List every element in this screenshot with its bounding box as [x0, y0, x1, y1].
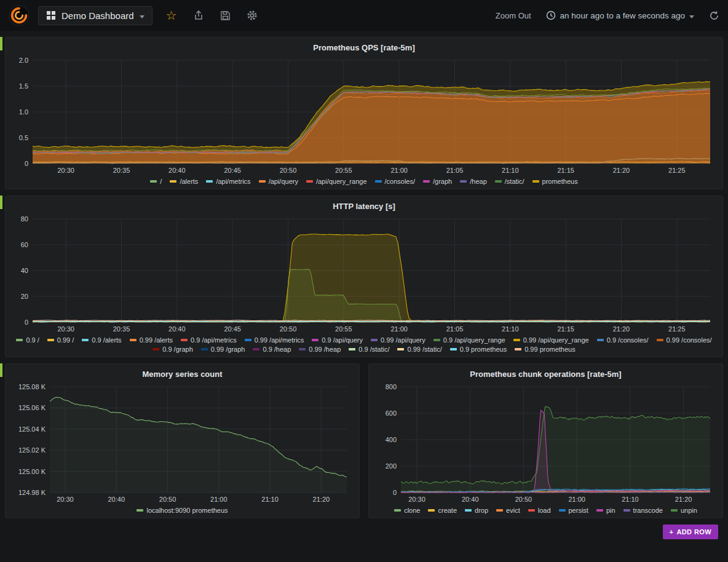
legend-swatch [201, 348, 208, 350]
legend-item[interactable]: 0.99 /consoles/ [657, 336, 712, 344]
legend-label: /static/ [505, 178, 524, 185]
svg-text:20:45: 20:45 [224, 167, 241, 174]
legend-item[interactable]: /graph [423, 178, 452, 185]
qps-plot[interactable]: 00.51.01.52.020:3020:3520:4020:4520:5020… [10, 55, 718, 176]
legend-item[interactable]: 0.99 /graph [201, 346, 245, 353]
legend-item[interactable]: unpin [671, 507, 697, 514]
legend-swatch [450, 348, 457, 350]
legend-swatch [496, 509, 503, 512]
legend-item[interactable]: 0.9 / [16, 336, 39, 344]
legend-item[interactable]: 0.99 /api/query_range [513, 336, 589, 344]
legend-item[interactable]: 0.9 /static/ [349, 346, 389, 353]
legend-label: drop [475, 507, 488, 514]
zoom-out-button[interactable]: Zoom Out [496, 11, 531, 20]
refresh-icon[interactable] [709, 10, 719, 21]
svg-text:20: 20 [21, 293, 28, 300]
legend-item[interactable]: 0.99 prometheus [515, 346, 576, 353]
legend-swatch [433, 339, 440, 341]
legend-item[interactable]: 0.99 /api/metrics [245, 336, 304, 344]
memory-plot[interactable]: 124.98 K125.00 K125.02 K125.04 K125.06 K… [10, 382, 354, 505]
legend-item[interactable]: 0.9 /graph [152, 346, 193, 353]
legend-item[interactable]: / [150, 178, 162, 185]
legend-item[interactable]: /alerts [170, 178, 198, 185]
legend-item[interactable]: 0.9 /alerts [82, 336, 121, 344]
share-icon[interactable] [193, 10, 204, 21]
legend-item[interactable]: 0.99 /heap [299, 346, 341, 353]
dashboard-switcher-button[interactable]: Demo Dashboard [38, 6, 152, 25]
settings-gear-icon[interactable] [247, 10, 258, 21]
svg-text:21:00: 21:00 [210, 496, 228, 503]
row-collapse-tab[interactable] [0, 196, 2, 209]
navbar: Demo Dashboard ☆ Zoom Out an ho [0, 0, 728, 31]
legend-item[interactable]: persist [559, 507, 588, 514]
legend-swatch [206, 180, 213, 183]
legend-item[interactable]: clone [394, 507, 420, 514]
svg-text:125.06 K: 125.06 K [18, 404, 46, 411]
legend-item[interactable]: evict [496, 507, 520, 514]
legend-item[interactable]: 0.9 /heap [253, 346, 291, 353]
legend-item[interactable]: drop [465, 507, 488, 514]
add-row-button[interactable]: + ADD ROW [663, 524, 718, 539]
legend-item[interactable]: 0.9 /api/metrics [181, 336, 237, 344]
legend-item[interactable]: 0.9 /api/query [312, 336, 363, 344]
latency-plot[interactable]: 02040608020:3020:3520:4020:4520:5020:552… [10, 214, 718, 334]
time-range-picker[interactable]: an hour ago to a few seconds ago [546, 10, 694, 20]
caret-down-icon [689, 15, 694, 18]
svg-text:20:35: 20:35 [113, 325, 130, 333]
svg-text:125.08 K: 125.08 K [18, 383, 46, 390]
legend-label: transcode [633, 507, 663, 514]
legend-item[interactable]: pin [596, 507, 615, 514]
row-collapse-tab[interactable] [0, 37, 2, 50]
panel-title[interactable]: Prometheus chunk operations [rate-5m] [374, 365, 718, 382]
panel-title[interactable]: Prometheus QPS [rate-5m] [10, 39, 718, 55]
legend-item[interactable]: /consoles/ [375, 178, 416, 185]
svg-text:124.98 K: 124.98 K [18, 489, 46, 496]
legend-swatch [513, 339, 520, 341]
legend-swatch [397, 348, 404, 350]
memory-legend: localhost:9090 prometheus [10, 505, 354, 514]
legend-label: /api/query_range [316, 178, 367, 185]
legend-label: /alerts [180, 178, 198, 185]
legend-item[interactable]: /static/ [495, 178, 524, 185]
clock-icon [546, 10, 556, 20]
grafana-logo[interactable] [9, 5, 30, 26]
legend-item[interactable]: prometheus [532, 178, 578, 185]
legend-item[interactable]: /api/query [259, 178, 298, 185]
svg-text:200: 200 [386, 462, 397, 470]
legend-swatch [657, 339, 663, 341]
chunk-ops-plot[interactable]: 020040060080020:3020:4020:5021:0021:1021… [374, 382, 718, 505]
legend-item[interactable]: 0.99 / [47, 336, 74, 344]
legend-item[interactable]: 0.9 /consoles/ [597, 336, 649, 344]
legend-item[interactable]: 0.99 /static/ [397, 346, 441, 353]
legend-item[interactable]: 0.9 /api/query_range [433, 336, 505, 344]
panel-title[interactable]: HTTP latency [s] [10, 197, 718, 214]
legend-swatch [465, 509, 472, 512]
save-icon[interactable] [220, 10, 231, 21]
dashboard-row-qps: Prometheus QPS [rate-5m] 00.51.01.52.020… [5, 37, 723, 189]
legend-item[interactable]: /api/query_range [306, 178, 367, 185]
panel-title[interactable]: Memory series count [10, 365, 354, 382]
legend-item[interactable]: load [528, 507, 551, 514]
legend-label: /api/metrics [216, 178, 250, 185]
panel-latency: HTTP latency [s] 02040608020:3020:3520:4… [5, 196, 723, 357]
svg-text:2.0: 2.0 [19, 57, 28, 64]
legend-item[interactable]: 0.9 prometheus [450, 346, 507, 353]
dashboard-title: Demo Dashboard [61, 10, 134, 21]
legend-label: 0.99 /graph [211, 346, 245, 353]
star-icon[interactable]: ☆ [166, 9, 177, 22]
svg-text:21:25: 21:25 [668, 325, 686, 333]
legend-item[interactable]: /api/metrics [206, 178, 250, 185]
legend-item[interactable]: 0.99 /alerts [130, 336, 173, 344]
legend-label: /heap [470, 178, 487, 185]
legend-swatch [623, 509, 630, 512]
svg-text:20:50: 20:50 [515, 496, 532, 503]
legend-item[interactable]: localhost:9090 prometheus [136, 507, 228, 514]
legend-item[interactable]: transcode [623, 507, 663, 514]
legend-label: 0.99 /api/metrics [255, 336, 304, 344]
row-collapse-tab[interactable] [0, 363, 2, 377]
legend-item[interactable]: /heap [460, 178, 487, 185]
legend-item[interactable]: 0.99 /api/query [371, 336, 425, 344]
svg-text:0.5: 0.5 [19, 134, 28, 141]
legend-item[interactable]: create [428, 507, 457, 514]
legend-swatch [82, 339, 89, 341]
